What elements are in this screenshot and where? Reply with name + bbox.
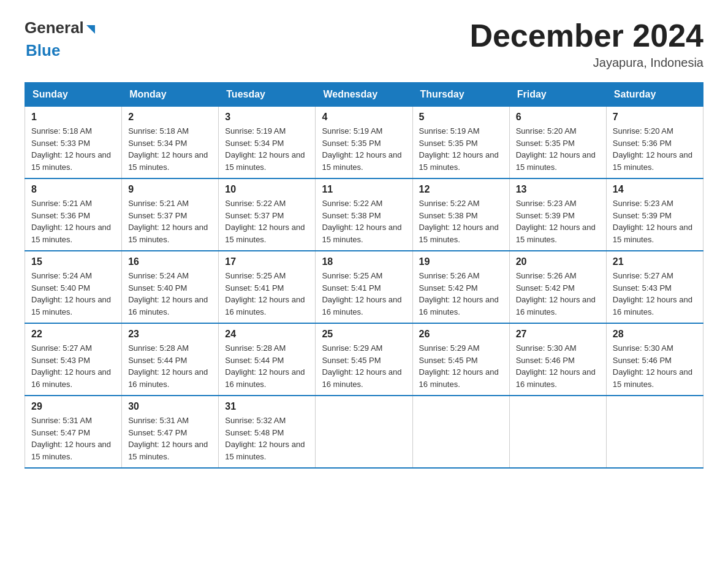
day-number: 26 [419,329,503,340]
day-info: Sunrise: 5:26 AMSunset: 5:42 PMDaylight:… [516,271,596,316]
calendar-cell [316,396,412,468]
day-number: 1 [31,112,115,123]
logo-line1: General [25,18,95,37]
day-info: Sunrise: 5:19 AMSunset: 5:34 PMDaylight:… [225,126,305,172]
day-number: 21 [613,256,697,267]
calendar-cell: 14 Sunrise: 5:23 AMSunset: 5:39 PMDaylig… [606,178,703,251]
day-info: Sunrise: 5:26 AMSunset: 5:42 PMDaylight:… [419,271,499,316]
day-info: Sunrise: 5:22 AMSunset: 5:38 PMDaylight:… [419,199,499,244]
calendar-cell: 13 Sunrise: 5:23 AMSunset: 5:39 PMDaylig… [509,178,606,251]
weekday-header-saturday: Saturday [606,83,703,107]
day-info: Sunrise: 5:22 AMSunset: 5:38 PMDaylight:… [322,199,401,244]
calendar-cell: 19 Sunrise: 5:26 AMSunset: 5:42 PMDaylig… [412,251,509,323]
weekday-header-tuesday: Tuesday [219,83,316,107]
day-number: 11 [322,184,406,195]
day-info: Sunrise: 5:31 AMSunset: 5:47 PMDaylight:… [128,416,208,461]
day-info: Sunrise: 5:25 AMSunset: 5:41 PMDaylight:… [322,271,401,316]
page-header: General Blue December 2024 Jayapura, Ind… [25,18,703,70]
logo-line2: Blue [25,41,60,60]
calendar-cell: 27 Sunrise: 5:30 AMSunset: 5:46 PMDaylig… [509,323,606,396]
day-number: 9 [128,184,212,195]
calendar-cell: 25 Sunrise: 5:29 AMSunset: 5:45 PMDaylig… [316,323,412,396]
calendar-cell: 10 Sunrise: 5:22 AMSunset: 5:37 PMDaylig… [219,178,316,251]
day-number: 5 [419,112,503,123]
day-info: Sunrise: 5:24 AMSunset: 5:40 PMDaylight:… [31,271,111,316]
day-info: Sunrise: 5:23 AMSunset: 5:39 PMDaylight:… [613,199,692,244]
day-info: Sunrise: 5:18 AMSunset: 5:33 PMDaylight:… [31,126,111,172]
calendar-cell: 18 Sunrise: 5:25 AMSunset: 5:41 PMDaylig… [316,251,412,323]
day-number: 6 [516,112,600,123]
day-number: 10 [225,184,309,195]
day-info: Sunrise: 5:22 AMSunset: 5:37 PMDaylight:… [225,199,305,244]
day-number: 19 [419,256,503,267]
day-number: 14 [613,184,697,195]
day-info: Sunrise: 5:30 AMSunset: 5:46 PMDaylight:… [613,343,692,389]
calendar-cell [606,396,703,468]
day-info: Sunrise: 5:32 AMSunset: 5:48 PMDaylight:… [225,416,305,461]
day-number: 3 [225,112,309,123]
calendar-cell: 2 Sunrise: 5:18 AMSunset: 5:34 PMDayligh… [122,107,219,179]
weekday-header-thursday: Thursday [412,83,509,107]
day-info: Sunrise: 5:23 AMSunset: 5:39 PMDaylight:… [516,199,596,244]
day-info: Sunrise: 5:25 AMSunset: 5:41 PMDaylight:… [225,271,305,316]
day-number: 25 [322,329,406,340]
day-number: 8 [31,184,115,195]
calendar-cell: 5 Sunrise: 5:19 AMSunset: 5:35 PMDayligh… [412,107,509,179]
calendar-cell: 31 Sunrise: 5:32 AMSunset: 5:48 PMDaylig… [219,396,316,468]
calendar-cell: 7 Sunrise: 5:20 AMSunset: 5:36 PMDayligh… [606,107,703,179]
calendar-week-4: 22 Sunrise: 5:27 AMSunset: 5:43 PMDaylig… [25,323,703,396]
weekday-header-sunday: Sunday [25,83,122,107]
day-info: Sunrise: 5:31 AMSunset: 5:47 PMDaylight:… [31,416,111,461]
day-info: Sunrise: 5:29 AMSunset: 5:45 PMDaylight:… [419,343,499,389]
day-info: Sunrise: 5:21 AMSunset: 5:36 PMDaylight:… [31,199,111,244]
month-title: December 2024 [469,18,703,53]
calendar-cell: 24 Sunrise: 5:28 AMSunset: 5:44 PMDaylig… [219,323,316,396]
day-info: Sunrise: 5:21 AMSunset: 5:37 PMDaylight:… [128,199,208,244]
calendar-week-5: 29 Sunrise: 5:31 AMSunset: 5:47 PMDaylig… [25,396,703,468]
day-number: 7 [613,112,697,123]
calendar-week-2: 8 Sunrise: 5:21 AMSunset: 5:36 PMDayligh… [25,178,703,251]
day-number: 30 [128,401,212,412]
weekday-header-row: SundayMondayTuesdayWednesdayThursdayFrid… [25,83,703,107]
calendar-cell: 4 Sunrise: 5:19 AMSunset: 5:35 PMDayligh… [316,107,412,179]
calendar-cell: 3 Sunrise: 5:19 AMSunset: 5:34 PMDayligh… [219,107,316,179]
calendar-cell: 15 Sunrise: 5:24 AMSunset: 5:40 PMDaylig… [25,251,122,323]
day-info: Sunrise: 5:19 AMSunset: 5:35 PMDaylight:… [419,126,499,172]
calendar-cell: 1 Sunrise: 5:18 AMSunset: 5:33 PMDayligh… [25,107,122,179]
calendar-cell: 12 Sunrise: 5:22 AMSunset: 5:38 PMDaylig… [412,178,509,251]
calendar-cell: 26 Sunrise: 5:29 AMSunset: 5:45 PMDaylig… [412,323,509,396]
calendar-cell [509,396,606,468]
logo-arrow-icon [86,25,95,34]
day-info: Sunrise: 5:20 AMSunset: 5:35 PMDaylight:… [516,126,596,172]
calendar-cell: 23 Sunrise: 5:28 AMSunset: 5:44 PMDaylig… [122,323,219,396]
day-number: 29 [31,401,115,412]
calendar-cell: 6 Sunrise: 5:20 AMSunset: 5:35 PMDayligh… [509,107,606,179]
day-number: 18 [322,256,406,267]
weekday-header-wednesday: Wednesday [316,83,412,107]
day-number: 13 [516,184,600,195]
day-info: Sunrise: 5:24 AMSunset: 5:40 PMDaylight:… [128,271,208,316]
calendar-cell: 22 Sunrise: 5:27 AMSunset: 5:43 PMDaylig… [25,323,122,396]
day-number: 24 [225,329,309,340]
calendar-cell: 9 Sunrise: 5:21 AMSunset: 5:37 PMDayligh… [122,178,219,251]
calendar-cell: 20 Sunrise: 5:26 AMSunset: 5:42 PMDaylig… [509,251,606,323]
calendar-cell: 17 Sunrise: 5:25 AMSunset: 5:41 PMDaylig… [219,251,316,323]
calendar-table: SundayMondayTuesdayWednesdayThursdayFrid… [25,82,703,469]
day-info: Sunrise: 5:30 AMSunset: 5:46 PMDaylight:… [516,343,596,389]
day-info: Sunrise: 5:19 AMSunset: 5:35 PMDaylight:… [322,126,401,172]
day-number: 28 [613,329,697,340]
calendar-cell: 8 Sunrise: 5:21 AMSunset: 5:36 PMDayligh… [25,178,122,251]
calendar-cell: 30 Sunrise: 5:31 AMSunset: 5:47 PMDaylig… [122,396,219,468]
day-number: 23 [128,329,212,340]
day-info: Sunrise: 5:27 AMSunset: 5:43 PMDaylight:… [31,343,111,389]
calendar-week-1: 1 Sunrise: 5:18 AMSunset: 5:33 PMDayligh… [25,107,703,179]
logo-text-blue: Blue [26,41,60,59]
calendar-cell: 28 Sunrise: 5:30 AMSunset: 5:46 PMDaylig… [606,323,703,396]
day-number: 22 [31,329,115,340]
calendar-cell: 21 Sunrise: 5:27 AMSunset: 5:43 PMDaylig… [606,251,703,323]
day-info: Sunrise: 5:18 AMSunset: 5:34 PMDaylight:… [128,126,208,172]
day-number: 27 [516,329,600,340]
calendar-cell: 11 Sunrise: 5:22 AMSunset: 5:38 PMDaylig… [316,178,412,251]
day-number: 17 [225,256,309,267]
day-info: Sunrise: 5:28 AMSunset: 5:44 PMDaylight:… [225,343,305,389]
